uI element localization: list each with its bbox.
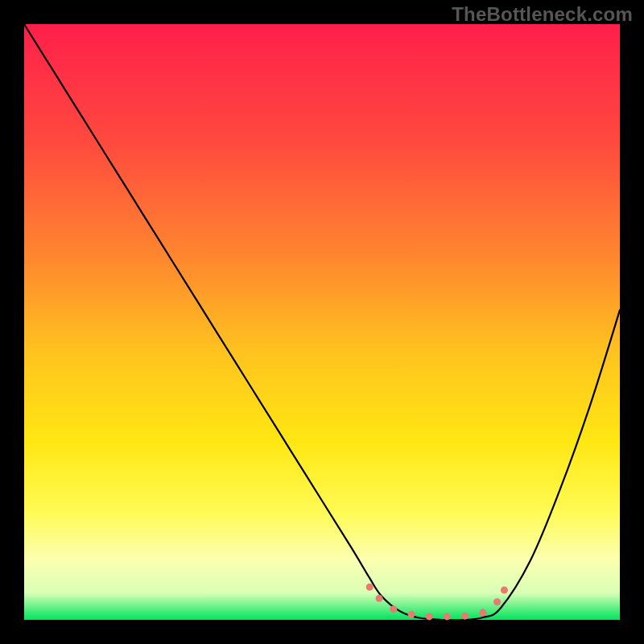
optimal-dot [461, 613, 469, 620]
optimal-dot [479, 609, 486, 617]
chart-frame: TheBottleneck.com [0, 0, 644, 644]
chart-svg [0, 0, 644, 644]
optimal-dot [390, 605, 397, 613]
optimal-dot [366, 584, 374, 591]
watermark-text: TheBottleneck.com [452, 3, 633, 26]
optimal-dot [426, 613, 433, 620]
optimal-dot [444, 613, 451, 620]
optimal-dot [501, 587, 508, 594]
gradient-background [24, 24, 620, 620]
optimal-dot [493, 598, 501, 605]
optimal-dot [376, 595, 383, 602]
optimal-dot [408, 611, 415, 618]
